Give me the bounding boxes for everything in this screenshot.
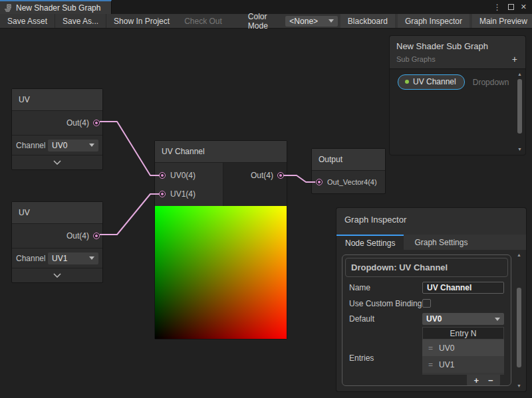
scroll-down-icon[interactable]: ▼ — [517, 383, 521, 389]
tab-title: New Shader Sub Graph — [16, 3, 100, 13]
channel-label: Channel — [16, 254, 45, 263]
add-entry-button[interactable]: + — [473, 376, 479, 385]
channel-dropdown[interactable]: UV1 — [48, 252, 98, 264]
edge-wire-uv1[interactable] — [100, 194, 160, 235]
property-row: UV Channel Dropdown — [398, 74, 512, 90]
save-as-button[interactable]: Save As... — [55, 14, 106, 28]
entry-row-uv0[interactable]: = UV0 — [422, 340, 504, 356]
input-port-icon[interactable] — [159, 172, 166, 179]
graph-inspector-toggle-button[interactable]: Graph Inspector — [398, 14, 469, 28]
maximize-icon[interactable] — [508, 4, 514, 10]
main-preview-toggle-button[interactable]: Main Preview — [472, 14, 532, 28]
entry-value: UV0 — [439, 344, 454, 353]
color-mode-dropdown[interactable]: <None> — [285, 16, 337, 27]
use-custom-binding-checkbox[interactable] — [422, 299, 431, 308]
remove-entry-button[interactable]: − — [488, 376, 493, 385]
node-uv-a[interactable]: UV Out(4) Channel UV0 — [11, 88, 103, 170]
default-label: Default — [349, 313, 422, 324]
port-label: Out(4) — [251, 171, 273, 180]
close-icon[interactable]: ✕ — [521, 3, 527, 11]
blackboard-header: New Shader Sub Graph Sub Graphs + — [389, 35, 526, 68]
output-port-icon[interactable] — [277, 172, 284, 179]
output-port-icon[interactable] — [93, 120, 100, 126]
blackboard-title: New Shader Sub Graph — [396, 41, 519, 51]
entry-row-uv1[interactable]: = UV1 — [422, 356, 504, 373]
add-property-button[interactable]: + — [511, 54, 519, 64]
default-dropdown[interactable]: UV0 — [422, 313, 504, 325]
color-mode-value: <None> — [289, 17, 318, 26]
tab-new-shader-sub-graph[interactable]: New Shader Sub Graph — [0, 0, 112, 14]
check-out-button: Check Out — [177, 14, 229, 28]
inspector-title: Graph Inspector — [344, 215, 518, 225]
inspector-body: Dropdown: UV Channel Name UV Channel Use… — [336, 250, 527, 392]
channel-value: UV1 — [52, 254, 67, 263]
dropdown-caret-icon — [89, 256, 94, 260]
default-value: UV0 — [426, 314, 442, 324]
chevron-down-icon — [53, 273, 61, 278]
entries-footer: + − — [467, 375, 500, 386]
chevron-down-icon — [53, 160, 61, 165]
node-uv-channel[interactable]: UV Channel UV0(4) UV1(4) Out(4) — [154, 140, 287, 340]
node-title[interactable]: UV — [12, 89, 102, 111]
entries-header: Entry N — [422, 327, 504, 340]
node-uv-b[interactable]: UV Out(4) Channel UV1 — [11, 201, 103, 283]
dropdown-settings-section: Dropdown: UV Channel Name UV Channel Use… — [342, 254, 511, 386]
section-title: Dropdown: UV Channel — [345, 258, 508, 277]
scroll-down-icon[interactable]: ▼ — [517, 146, 522, 153]
blackboard-scrollbar[interactable]: ▲ ▼ — [515, 71, 524, 153]
entry-value: UV1 — [439, 360, 454, 369]
channel-dropdown[interactable]: UV0 — [48, 140, 98, 151]
name-label: Name — [349, 282, 422, 293]
subgraph-asset-icon — [4, 4, 12, 12]
use-custom-binding-label: Use Custom Binding — [349, 298, 422, 309]
exposed-dot-icon — [405, 80, 409, 84]
input-port-icon[interactable] — [316, 179, 323, 185]
edge-wire-uv0[interactable] — [100, 122, 160, 175]
node-title[interactable]: UV Channel — [155, 141, 287, 163]
scroll-up-icon[interactable]: ▲ — [517, 252, 521, 258]
graph-canvas[interactable]: UV Out(4) Channel UV0 UV Out(4) Channel — [0, 29, 532, 398]
window-controls: ⋮ ✕ — [493, 0, 532, 14]
property-pill-uv-channel[interactable]: UV Channel — [398, 74, 465, 90]
property-name: UV Channel — [413, 77, 456, 86]
show-in-project-button[interactable]: Show In Project — [106, 14, 177, 28]
graph-toolbar: Save Asset Save As... Show In Project Ch… — [0, 14, 532, 29]
dropdown-caret-icon — [89, 144, 94, 147]
color-mode-group: Color Mode <None> — [248, 14, 338, 28]
scroll-up-icon[interactable]: ▲ — [517, 71, 522, 78]
property-type: Dropdown — [473, 78, 509, 87]
channel-label: Channel — [16, 141, 45, 150]
edge-wire-out[interactable] — [283, 175, 315, 182]
drag-handle-icon[interactable]: = — [428, 344, 433, 353]
scrollbar-thumb[interactable] — [517, 79, 522, 134]
node-title[interactable]: UV — [12, 202, 102, 224]
kebab-menu-icon[interactable]: ⋮ — [493, 3, 501, 11]
node-preview-uv-gradient — [155, 206, 287, 339]
port-label: Out(4) — [66, 231, 89, 241]
collapse-toggle[interactable] — [12, 268, 102, 282]
save-asset-button[interactable]: Save Asset — [0, 14, 55, 28]
node-output[interactable]: Output Out_Vector4(4) — [311, 148, 386, 194]
dropdown-caret-icon — [495, 318, 500, 321]
blackboard-subtitle: Sub Graphs — [396, 55, 436, 63]
inspector-header: Graph Inspector — [336, 207, 527, 235]
blackboard-body: UV Channel Dropdown ▲ ▼ — [389, 68, 526, 155]
name-field[interactable]: UV Channel — [422, 282, 504, 294]
color-mode-label: Color Mode — [248, 12, 281, 31]
output-port-icon[interactable] — [93, 233, 100, 239]
input-port-icon[interactable] — [159, 191, 166, 197]
node-title[interactable]: Output — [312, 149, 385, 171]
port-label: Out(4) — [66, 118, 89, 128]
collapse-toggle[interactable] — [12, 155, 102, 169]
tab-graph-settings[interactable]: Graph Settings — [404, 235, 478, 250]
port-label: Out_Vector4(4) — [327, 178, 377, 186]
channel-value: UV0 — [52, 141, 67, 150]
blackboard-toggle-button[interactable]: Blackboard — [340, 14, 395, 28]
tab-node-settings[interactable]: Node Settings — [336, 235, 404, 250]
blackboard-panel[interactable]: New Shader Sub Graph Sub Graphs + UV Cha… — [389, 35, 526, 155]
drag-handle-icon[interactable]: = — [428, 360, 433, 369]
dropdown-caret-icon — [329, 19, 334, 23]
inspector-scrollbar[interactable]: ▲ ▼ — [515, 252, 523, 389]
scrollbar-thumb[interactable] — [517, 288, 521, 367]
graph-inspector-panel[interactable]: Graph Inspector Node Settings Graph Sett… — [336, 207, 527, 392]
